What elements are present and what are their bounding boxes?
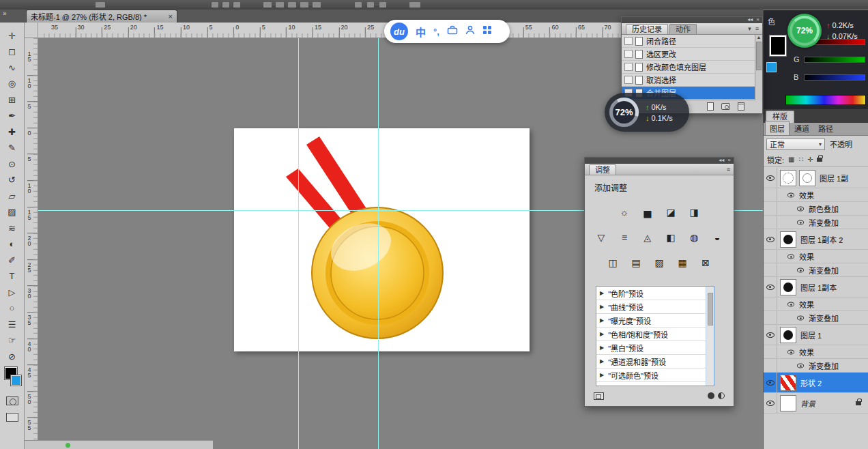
- toolbar-icon[interactable]: [233, 2, 240, 8]
- toolbar-icon[interactable]: [409, 2, 420, 8]
- quick-mask-icon[interactable]: [6, 396, 18, 405]
- blend-mode-select[interactable]: 正常 ▾: [766, 139, 825, 150]
- expand-view-icon[interactable]: [594, 392, 604, 400]
- dropdown-icon[interactable]: ▾: [748, 25, 751, 32]
- color-spectrum-bar[interactable]: [785, 95, 866, 105]
- history-brush-source-checkbox[interactable]: [624, 76, 633, 84]
- expand-triangle-icon[interactable]: ▶: [600, 304, 604, 310]
- gradient-map-icon[interactable]: ▦: [674, 256, 691, 269]
- document-tab[interactable]: 未标题-1 @ 27% (形状 2, RGB/8) * ×: [26, 10, 177, 23]
- foreground-color-swatch[interactable]: [769, 35, 787, 57]
- toolbar-icon[interactable]: [222, 2, 229, 8]
- panel-menu-icon[interactable]: ≡: [755, 25, 759, 32]
- new-snapshot-icon[interactable]: [721, 103, 730, 110]
- visibility-toggle[interactable]: [764, 298, 777, 310]
- expand-triangle-icon[interactable]: ▶: [600, 372, 604, 378]
- expand-triangle-icon[interactable]: ▶: [600, 345, 604, 351]
- background-color-swatch[interactable]: [766, 62, 777, 72]
- visibility-toggle[interactable]: [764, 393, 777, 413]
- layer-thumbnail[interactable]: [780, 279, 796, 295]
- layer-row[interactable]: 形状 2: [764, 373, 868, 393]
- tab-paths[interactable]: 路径: [814, 121, 837, 135]
- preset-scrollbar[interactable]: [706, 287, 714, 386]
- history-state-row[interactable]: 修改颜色填充图层: [622, 61, 762, 74]
- new-document-from-state-icon[interactable]: [707, 102, 714, 111]
- layer-mask-thumbnail[interactable]: [799, 170, 815, 186]
- shape-tool[interactable]: ○: [0, 301, 24, 316]
- tab-color[interactable]: 色: [768, 16, 775, 27]
- effect-eye-icon[interactable]: [787, 254, 794, 259]
- layer-thumbnail[interactable]: [780, 395, 796, 411]
- layer-row[interactable]: 图层 1副本: [764, 277, 868, 298]
- visibility-toggle[interactable]: [764, 359, 777, 372]
- scrollbar-thumb[interactable]: [756, 42, 762, 70]
- pen-tool[interactable]: ✐: [0, 252, 24, 267]
- layer-thumbnail[interactable]: [780, 375, 796, 391]
- visibility-toggle[interactable]: [764, 188, 777, 201]
- expand-triangle-icon[interactable]: ▶: [600, 331, 604, 337]
- eraser-tool[interactable]: ▱: [0, 188, 24, 203]
- ime-toolbar[interactable]: du 中 °,: [384, 20, 510, 43]
- visibility-toggle[interactable]: [764, 216, 777, 229]
- preset-row[interactable]: ▶"曲线"预设: [596, 300, 714, 314]
- document-canvas[interactable]: [234, 128, 530, 351]
- zoom-tool[interactable]: ⊘: [0, 349, 24, 364]
- background-color-swatch[interactable]: [11, 375, 21, 386]
- history-state-row[interactable]: 取消选择: [622, 74, 762, 87]
- scrollbar-thumb[interactable]: [708, 293, 713, 325]
- expand-triangle-icon[interactable]: ▶: [600, 317, 604, 323]
- preset-row[interactable]: ▶"色阶"预设: [596, 287, 714, 300]
- ime-mode-toggle[interactable]: 中: [416, 25, 426, 39]
- move-tool[interactable]: ✛: [0, 28, 24, 43]
- hand-tool[interactable]: ☞: [0, 333, 24, 348]
- toolbar-icon[interactable]: [379, 2, 386, 8]
- visibility-toggle[interactable]: [764, 229, 777, 249]
- history-state-row[interactable]: 选区更改: [622, 48, 762, 61]
- dodge-tool[interactable]: ◐: [0, 237, 24, 252]
- visibility-toggle[interactable]: [764, 168, 777, 188]
- layer-row[interactable]: 图层 1副本 2: [764, 229, 868, 250]
- lock-position-icon[interactable]: ✛: [807, 156, 813, 163]
- panel-menu-icon[interactable]: ≡: [727, 166, 730, 173]
- lock-pixels-icon[interactable]: ∷: [799, 156, 803, 163]
- effect-eye-icon[interactable]: [787, 192, 794, 197]
- preset-row[interactable]: ▶"黑白"预设: [596, 341, 714, 355]
- panel-group-bar[interactable]: ◂◂ ×: [622, 17, 762, 23]
- lock-transparency-icon[interactable]: ▦: [788, 156, 794, 163]
- channel-slider[interactable]: [804, 57, 865, 63]
- effect-eye-icon[interactable]: [797, 315, 804, 320]
- ime-logo[interactable]: du: [390, 23, 408, 40]
- preset-row[interactable]: ▶"曝光度"预设: [596, 314, 714, 328]
- toolbar-icon[interactable]: [355, 2, 362, 8]
- toolbar-icon[interactable]: [288, 2, 296, 8]
- notes-tool[interactable]: ☰: [0, 317, 24, 332]
- effect-eye-icon[interactable]: [797, 267, 804, 272]
- visibility-toggle[interactable]: [764, 325, 777, 345]
- effect-eye-icon[interactable]: [797, 363, 804, 368]
- visibility-toggle[interactable]: [764, 250, 777, 263]
- tab-history[interactable]: 历史记录: [626, 24, 668, 34]
- effect-eye-icon[interactable]: [787, 349, 794, 354]
- history-brush-tool[interactable]: ↺: [0, 173, 24, 188]
- layer-thumbnail[interactable]: [780, 231, 796, 248]
- brush-tool[interactable]: ✎: [0, 141, 24, 156]
- color-balance-icon[interactable]: ◬: [639, 231, 656, 244]
- healing-brush-tool[interactable]: ✚: [0, 124, 24, 139]
- toolbar-icon[interactable]: [96, 2, 105, 8]
- visibility-toggle[interactable]: [764, 202, 777, 215]
- visibility-toggle[interactable]: [764, 263, 777, 276]
- toolbar-icon[interactable]: [263, 2, 272, 8]
- vertical-guide[interactable]: [298, 38, 299, 449]
- selective-color-icon[interactable]: ⊠: [697, 256, 714, 269]
- threshold-icon[interactable]: ▨: [650, 256, 668, 269]
- history-brush-source-checkbox[interactable]: [624, 63, 633, 71]
- blur-tool[interactable]: ≋: [0, 220, 24, 235]
- photo-filter-icon[interactable]: ◍: [685, 231, 703, 244]
- tab-channels[interactable]: 通道: [790, 121, 813, 135]
- levels-icon[interactable]: ▅: [639, 205, 656, 218]
- channel-slider[interactable]: [804, 74, 865, 81]
- marquee-tool[interactable]: ◻: [0, 44, 24, 59]
- toolbar-icon[interactable]: [300, 2, 308, 8]
- collapse-icon[interactable]: ◂◂: [719, 157, 724, 163]
- eyedropper-tool[interactable]: ✒: [0, 108, 24, 124]
